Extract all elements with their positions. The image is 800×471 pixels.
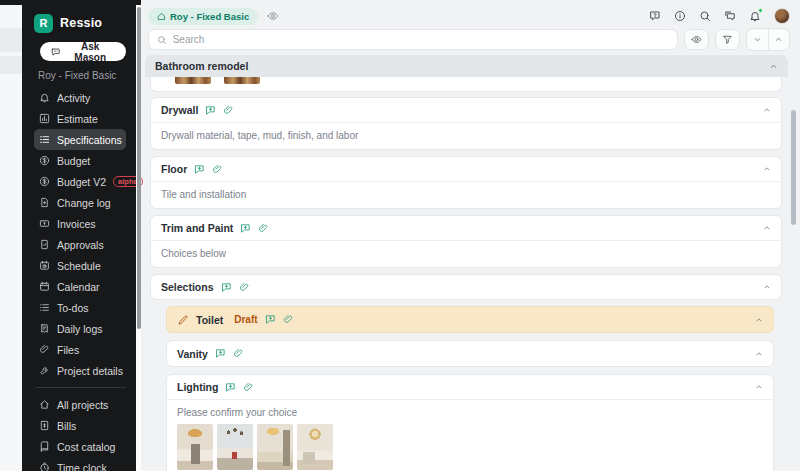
background-window-strip <box>0 0 22 471</box>
lighting-body: Please confirm your choice <box>167 399 773 471</box>
help-icon[interactable] <box>649 10 661 22</box>
sidebar-item-label: Activity <box>57 92 90 104</box>
cropped-photo-1[interactable] <box>175 77 211 84</box>
sidebar-item-bills[interactable]: Bills <box>34 415 126 436</box>
group-header-bathroom-remodel[interactable]: Bathroom remodel <box>145 55 788 77</box>
search-icon[interactable] <box>699 10 711 22</box>
ceiling-light-photo-3[interactable] <box>257 424 293 470</box>
sidebar-item-cost-catalog[interactable]: Cost catalog <box>34 436 126 457</box>
selection-row-toilet[interactable]: Toilet Draft <box>166 306 774 333</box>
comment-add-icon[interactable] <box>221 282 232 293</box>
section-header-selections[interactable]: Selections <box>151 275 781 299</box>
section-card-drywall: DrywallDrywall material, tape, mud, fini… <box>150 97 782 150</box>
background-band <box>0 28 22 52</box>
section-header-lighting[interactable]: Lighting <box>167 375 773 399</box>
sidebar-item-budget[interactable]: Budget <box>34 150 126 171</box>
attachment-icon[interactable] <box>239 282 250 293</box>
sidebar-item-files[interactable]: Files <box>34 339 126 360</box>
search-box[interactable] <box>148 29 678 50</box>
sidebar-item-calendar[interactable]: Calendar <box>34 276 126 297</box>
attachment-icon[interactable] <box>212 164 223 175</box>
watch-eye-icon[interactable] <box>267 10 279 22</box>
search-input[interactable] <box>173 34 669 45</box>
section-title: Trim and Paint <box>161 222 233 234</box>
project-pill-label: Roy - Fixed Basic <box>170 11 249 22</box>
section-body: Tile and installation <box>151 181 781 208</box>
all-projects-home-icon <box>39 399 50 410</box>
ceiling-light-photo-1[interactable] <box>177 424 213 470</box>
sidebar-item-label: All projects <box>57 399 108 411</box>
partial-scrolled-card <box>150 77 782 92</box>
attachment-icon[interactable] <box>283 314 294 325</box>
cropped-photo-2[interactable] <box>224 77 260 84</box>
sidebar-item-project-details[interactable]: Project details <box>34 360 126 381</box>
comment-add-icon[interactable] <box>205 105 216 116</box>
selection-row-vanity[interactable]: Vanity <box>166 340 774 367</box>
sidebar-item-activity[interactable]: Activity <box>34 87 126 108</box>
sidebar-item-schedule[interactable]: Schedule <box>34 255 126 276</box>
section-header[interactable]: Trim and Paint <box>151 216 781 240</box>
cost-catalog-icon <box>39 441 50 452</box>
pencil-icon <box>177 314 189 326</box>
sidebar-item-budget-v2[interactable]: Budget V2alpha <box>34 171 126 192</box>
main-scrollbar-thumb[interactable] <box>791 110 796 225</box>
attachment-icon[interactable] <box>243 382 254 393</box>
selection-items: Toilet Draft Vanity <box>166 306 774 367</box>
sidebar-item-to-dos[interactable]: To-dos <box>34 297 126 318</box>
expand-all-button[interactable] <box>747 29 768 50</box>
sidebar-item-label: Cost catalog <box>57 441 115 453</box>
comment-add-icon[interactable] <box>215 348 226 359</box>
attachment-icon[interactable] <box>223 105 234 116</box>
sidebar-item-time-clock[interactable]: Time clock <box>34 457 126 471</box>
selections-card: Selections <box>150 274 782 300</box>
main-content: Roy - Fixed Basic Bathroom remodel Drywa… <box>141 0 800 471</box>
chevron-up-icon[interactable] <box>755 316 763 324</box>
filter-row <box>148 29 790 50</box>
collapse-all-button[interactable] <box>768 29 789 50</box>
ceiling-light-photo-4[interactable] <box>297 424 333 470</box>
chevron-up-icon[interactable] <box>755 350 763 358</box>
preview-eye-button[interactable] <box>684 29 709 50</box>
section-header[interactable]: Drywall <box>151 98 781 122</box>
comment-add-icon[interactable] <box>240 223 251 234</box>
sidebar-global-nav: All projectsBillsCost catalogTime clock <box>34 394 136 471</box>
files-clip-icon <box>39 344 50 355</box>
user-avatar[interactable] <box>774 8 790 24</box>
chevron-up-icon[interactable] <box>769 62 778 71</box>
attachment-icon[interactable] <box>258 223 269 234</box>
ask-mason-button[interactable]: Ask Mason <box>40 42 126 61</box>
sidebar-item-label: Daily logs <box>57 323 103 335</box>
chat-bubble-icon <box>51 47 60 57</box>
schedule-icon <box>39 260 50 271</box>
sidebar-item-estimate[interactable]: Estimate <box>34 108 126 129</box>
sidebar-project-nav: ActivityEstimateSpecificationsBudgetBudg… <box>34 87 136 381</box>
notifications-icon[interactable] <box>749 10 761 22</box>
sidebar-item-label: Budget <box>57 155 90 167</box>
project-pill[interactable]: Roy - Fixed Basic <box>148 8 258 25</box>
brand[interactable]: R Ressio <box>34 12 136 34</box>
comment-add-icon[interactable] <box>194 164 205 175</box>
chevron-up-icon[interactable] <box>763 224 771 232</box>
info-icon[interactable] <box>674 10 686 22</box>
comment-add-icon[interactable] <box>265 314 276 325</box>
chevron-up-icon[interactable] <box>755 383 763 391</box>
chevron-up-icon[interactable] <box>763 106 771 114</box>
chevron-up-icon[interactable] <box>763 165 771 173</box>
chevron-up-icon[interactable] <box>763 283 771 291</box>
messages-icon[interactable] <box>724 10 736 22</box>
section-header[interactable]: Floor <box>151 157 781 181</box>
sidebar-item-all-projects[interactable]: All projects <box>34 394 126 415</box>
ceiling-light-photo-2[interactable] <box>217 424 253 470</box>
section-title: Floor <box>161 163 187 175</box>
sidebar-item-daily-logs[interactable]: Daily logs <box>34 318 126 339</box>
sidebar-item-approvals[interactable]: Approvals <box>34 234 126 255</box>
comment-add-icon[interactable] <box>225 382 236 393</box>
sidebar-item-change-log[interactable]: Change log <box>34 192 126 213</box>
filter-button[interactable] <box>715 29 740 50</box>
section-body: Drywall material, tape, mud, finish, and… <box>151 122 781 149</box>
attachment-icon[interactable] <box>233 348 244 359</box>
sidebar-item-invoices[interactable]: Invoices <box>34 213 126 234</box>
sidebar-item-specifications[interactable]: Specifications <box>34 129 126 150</box>
sidebar-item-label: Invoices <box>57 218 96 230</box>
sidebar-scrollbar-thumb[interactable] <box>137 7 141 329</box>
